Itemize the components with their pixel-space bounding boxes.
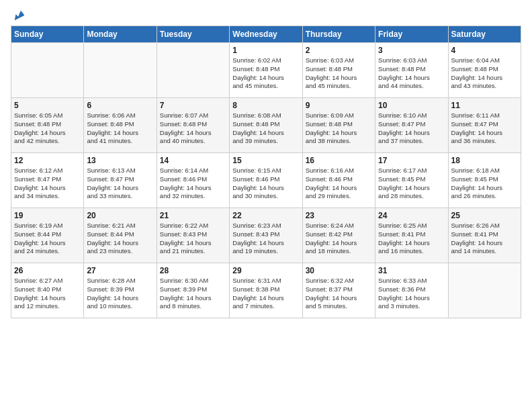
day-cell: 23Sunrise: 6:24 AM Sunset: 8:42 PM Dayli… [302, 208, 375, 263]
day-number: 3 [378, 46, 445, 55]
day-info: Sunrise: 6:28 AM Sunset: 8:39 PM Dayligh… [87, 277, 153, 311]
day-cell: 4Sunrise: 6:04 AM Sunset: 8:48 PM Daylig… [448, 43, 521, 98]
day-number: 23 [306, 211, 372, 220]
day-number: 25 [451, 211, 518, 220]
day-number: 13 [87, 156, 153, 165]
weekday-wednesday: Wednesday [230, 26, 302, 43]
day-cell: 20Sunrise: 6:21 AM Sunset: 8:44 PM Dayli… [84, 208, 157, 263]
day-info: Sunrise: 6:08 AM Sunset: 8:48 PM Dayligh… [232, 111, 299, 146]
day-cell: 10Sunrise: 6:10 AM Sunset: 8:47 PM Dayli… [375, 98, 448, 153]
day-info: Sunrise: 6:26 AM Sunset: 8:41 PM Dayligh… [451, 222, 518, 256]
day-info: Sunrise: 6:15 AM Sunset: 8:46 PM Dayligh… [232, 167, 299, 201]
day-info: Sunrise: 6:02 AM Sunset: 8:48 PM Dayligh… [232, 56, 299, 91]
day-cell: 8Sunrise: 6:08 AM Sunset: 8:48 PM Daylig… [230, 98, 302, 153]
day-cell: 6Sunrise: 6:06 AM Sunset: 8:48 PM Daylig… [84, 98, 157, 153]
day-number: 10 [378, 101, 445, 110]
day-info: Sunrise: 6:09 AM Sunset: 8:48 PM Dayligh… [306, 111, 372, 146]
week-row-3: 12Sunrise: 6:12 AM Sunset: 8:47 PM Dayli… [11, 153, 521, 208]
day-cell: 13Sunrise: 6:13 AM Sunset: 8:47 PM Dayli… [84, 153, 157, 208]
day-info: Sunrise: 6:31 AM Sunset: 8:38 PM Dayligh… [232, 277, 299, 311]
calendar-table: SundayMondayTuesdayWednesdayThursdayFrid… [11, 26, 521, 318]
day-info: Sunrise: 6:24 AM Sunset: 8:42 PM Dayligh… [306, 222, 372, 256]
day-number: 30 [306, 266, 372, 275]
day-cell: 27Sunrise: 6:28 AM Sunset: 8:39 PM Dayli… [84, 263, 157, 318]
day-cell: 29Sunrise: 6:31 AM Sunset: 8:38 PM Dayli… [230, 263, 302, 318]
day-info: Sunrise: 6:22 AM Sunset: 8:43 PM Dayligh… [160, 222, 226, 256]
day-info: Sunrise: 6:25 AM Sunset: 8:41 PM Dayligh… [378, 222, 445, 256]
weekday-thursday: Thursday [302, 26, 375, 43]
day-info: Sunrise: 6:32 AM Sunset: 8:37 PM Dayligh… [306, 277, 372, 311]
day-cell: 28Sunrise: 6:30 AM Sunset: 8:39 PM Dayli… [157, 263, 229, 318]
day-cell: 15Sunrise: 6:15 AM Sunset: 8:46 PM Dayli… [230, 153, 302, 208]
weekday-sunday: Sunday [11, 26, 84, 43]
day-number: 31 [378, 266, 445, 275]
day-cell: 9Sunrise: 6:09 AM Sunset: 8:48 PM Daylig… [302, 98, 375, 153]
weekday-saturday: Saturday [448, 26, 521, 43]
day-number: 12 [14, 156, 81, 165]
day-number: 6 [87, 101, 153, 110]
page-header [11, 8, 521, 20]
day-number: 27 [87, 266, 153, 275]
day-cell: 25Sunrise: 6:26 AM Sunset: 8:41 PM Dayli… [448, 208, 521, 263]
week-row-1: 1Sunrise: 6:02 AM Sunset: 8:48 PM Daylig… [11, 43, 521, 98]
day-cell: 17Sunrise: 6:17 AM Sunset: 8:45 PM Dayli… [375, 153, 448, 208]
day-info: Sunrise: 6:11 AM Sunset: 8:47 PM Dayligh… [451, 111, 518, 146]
day-number: 11 [451, 101, 518, 110]
day-cell: 19Sunrise: 6:19 AM Sunset: 8:44 PM Dayli… [11, 208, 84, 263]
day-number: 28 [160, 266, 226, 275]
day-number: 16 [306, 156, 372, 165]
day-number: 21 [160, 211, 226, 220]
day-info: Sunrise: 6:12 AM Sunset: 8:47 PM Dayligh… [14, 167, 81, 201]
day-info: Sunrise: 6:05 AM Sunset: 8:48 PM Dayligh… [14, 111, 81, 146]
day-info: Sunrise: 6:03 AM Sunset: 8:48 PM Dayligh… [378, 56, 445, 91]
day-number: 8 [232, 101, 299, 110]
week-row-5: 26Sunrise: 6:27 AM Sunset: 8:40 PM Dayli… [11, 263, 521, 318]
day-number: 22 [232, 211, 299, 220]
day-number: 7 [160, 101, 226, 110]
day-cell: 11Sunrise: 6:11 AM Sunset: 8:47 PM Dayli… [448, 98, 521, 153]
day-info: Sunrise: 6:19 AM Sunset: 8:44 PM Dayligh… [14, 222, 81, 256]
day-number: 18 [451, 156, 518, 165]
day-number: 1 [232, 46, 299, 55]
day-cell: 16Sunrise: 6:16 AM Sunset: 8:46 PM Dayli… [302, 153, 375, 208]
logo-icon [12, 8, 27, 23]
day-cell: 21Sunrise: 6:22 AM Sunset: 8:43 PM Dayli… [157, 208, 229, 263]
day-info: Sunrise: 6:06 AM Sunset: 8:48 PM Dayligh… [87, 111, 153, 146]
week-row-2: 5Sunrise: 6:05 AM Sunset: 8:48 PM Daylig… [11, 98, 521, 153]
day-info: Sunrise: 6:23 AM Sunset: 8:43 PM Dayligh… [232, 222, 299, 256]
weekday-header-row: SundayMondayTuesdayWednesdayThursdayFrid… [11, 26, 521, 43]
day-number: 5 [14, 101, 81, 110]
day-number: 14 [160, 156, 226, 165]
day-number: 24 [378, 211, 445, 220]
day-cell [448, 263, 521, 318]
day-info: Sunrise: 6:10 AM Sunset: 8:47 PM Dayligh… [378, 111, 445, 146]
day-info: Sunrise: 6:17 AM Sunset: 8:45 PM Dayligh… [378, 167, 445, 201]
day-info: Sunrise: 6:33 AM Sunset: 8:36 PM Dayligh… [378, 277, 445, 311]
day-info: Sunrise: 6:30 AM Sunset: 8:39 PM Dayligh… [160, 277, 226, 311]
day-cell: 30Sunrise: 6:32 AM Sunset: 8:37 PM Dayli… [302, 263, 375, 318]
day-cell: 18Sunrise: 6:18 AM Sunset: 8:45 PM Dayli… [448, 153, 521, 208]
day-info: Sunrise: 6:27 AM Sunset: 8:40 PM Dayligh… [14, 277, 81, 311]
day-cell: 5Sunrise: 6:05 AM Sunset: 8:48 PM Daylig… [11, 98, 84, 153]
day-cell: 31Sunrise: 6:33 AM Sunset: 8:36 PM Dayli… [375, 263, 448, 318]
day-info: Sunrise: 6:07 AM Sunset: 8:48 PM Dayligh… [160, 111, 226, 146]
day-cell: 7Sunrise: 6:07 AM Sunset: 8:48 PM Daylig… [157, 98, 229, 153]
day-number: 20 [87, 211, 153, 220]
day-number: 9 [306, 101, 372, 110]
weekday-friday: Friday [375, 26, 448, 43]
day-cell: 1Sunrise: 6:02 AM Sunset: 8:48 PM Daylig… [230, 43, 302, 98]
day-cell [11, 43, 84, 98]
weekday-tuesday: Tuesday [157, 26, 229, 43]
day-cell: 26Sunrise: 6:27 AM Sunset: 8:40 PM Dayli… [11, 263, 84, 318]
day-number: 15 [232, 156, 299, 165]
day-info: Sunrise: 6:14 AM Sunset: 8:46 PM Dayligh… [160, 167, 226, 201]
day-info: Sunrise: 6:03 AM Sunset: 8:48 PM Dayligh… [306, 56, 372, 91]
day-cell [157, 43, 229, 98]
svg-marker-0 [15, 11, 25, 21]
day-number: 17 [378, 156, 445, 165]
day-number: 4 [451, 46, 518, 55]
day-number: 19 [14, 211, 81, 220]
week-row-4: 19Sunrise: 6:19 AM Sunset: 8:44 PM Dayli… [11, 208, 521, 263]
day-cell: 24Sunrise: 6:25 AM Sunset: 8:41 PM Dayli… [375, 208, 448, 263]
day-cell [84, 43, 157, 98]
